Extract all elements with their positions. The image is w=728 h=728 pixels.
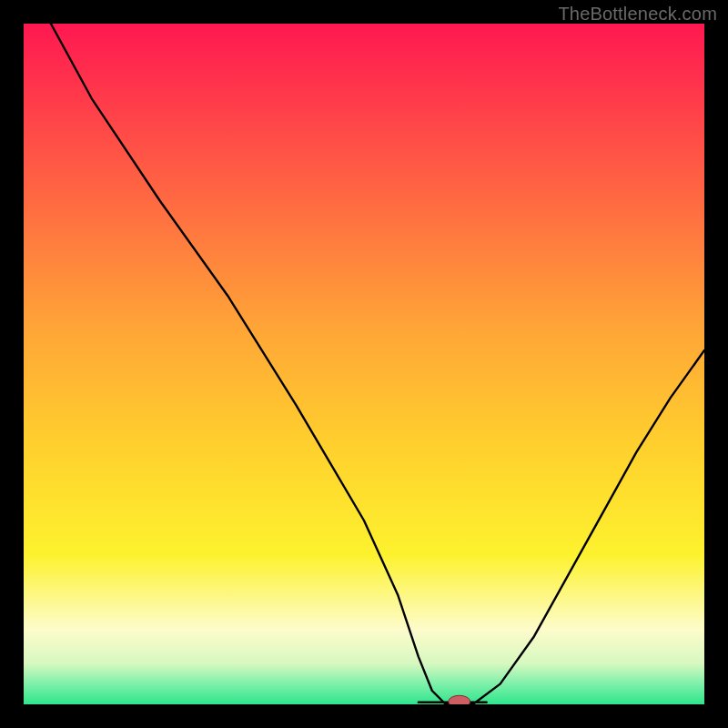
optimal-marker (449, 695, 470, 704)
gradient-background (24, 24, 704, 704)
watermark-text: TheBottleneck.com (558, 4, 717, 25)
chart-svg (24, 24, 704, 704)
chart-frame: TheBottleneck.com (0, 0, 728, 728)
plot-area (24, 24, 704, 704)
